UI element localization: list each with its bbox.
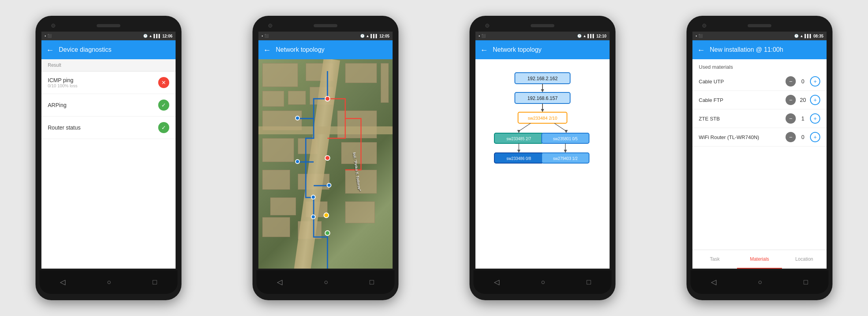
- svg-text:192.168.6.157: 192.168.6.157: [528, 96, 558, 101]
- building-13: [270, 198, 296, 215]
- recent-nav-2[interactable]: □: [370, 278, 374, 286]
- zte-stb-minus[interactable]: −: [786, 113, 796, 124]
- material-zte-stb: ZTE STB − 1 +: [692, 109, 827, 128]
- cable-utp-plus[interactable]: +: [810, 76, 820, 87]
- home-nav-3[interactable]: ○: [541, 278, 545, 286]
- photo-icon-1: ⬛: [47, 34, 52, 38]
- svg-marker-23: [517, 150, 520, 153]
- building-18: [345, 201, 375, 223]
- screen-1: ▪ ⬛ 🕐 ▲ ▌▌▌ 12:06 ← Device diagnostics R…: [41, 32, 176, 269]
- building-4: [288, 91, 306, 105]
- home-nav-4[interactable]: ○: [758, 278, 762, 286]
- status-bar-1: ▪ ⬛ 🕐 ▲ ▌▌▌ 12:06: [41, 32, 176, 40]
- cable-ftp-label: Cable FTP: [699, 97, 786, 103]
- wifi-router-minus[interactable]: −: [786, 132, 796, 142]
- back-button-1[interactable]: ←: [46, 45, 54, 55]
- svg-text:sw233486  0/8: sw233486 0/8: [507, 156, 531, 161]
- back-nav-4[interactable]: ◁: [711, 278, 716, 286]
- cable-utp-label: Cable UTP: [699, 79, 786, 85]
- svg-marker-24: [564, 150, 567, 153]
- wifi-router-plus[interactable]: +: [810, 132, 820, 142]
- svg-marker-6: [541, 89, 544, 92]
- wifi-router-label: WiFi Router (TL-WR740N): [699, 134, 786, 140]
- spacer: [692, 147, 827, 250]
- building-16: [262, 217, 290, 237]
- map-dot-7: [311, 214, 316, 219]
- home-nav-1[interactable]: ○: [107, 278, 111, 286]
- map-dot-1: [325, 96, 330, 102]
- arping-label: ARPing: [48, 102, 66, 108]
- svg-marker-16: [565, 130, 568, 133]
- status-bar-3: ▪ ⬛ 🕐 ▲ ▌▌▌ 12:10: [475, 32, 610, 40]
- topo-svg: 192.168.2.162 192.168.6.157 sw233484 2/1…: [483, 69, 602, 179]
- diag-row-arping: ARPing ✓: [41, 94, 176, 117]
- alarm-icon-2: 🕐: [360, 34, 365, 38]
- cable-ftp-counter: − 20 +: [786, 95, 820, 105]
- building-19: [345, 63, 377, 83]
- map-dot-3: [295, 116, 300, 120]
- nav-bar-1: ◁ ○ □: [39, 270, 178, 294]
- speaker-1: [97, 24, 120, 27]
- back-nav-1[interactable]: ◁: [60, 278, 65, 286]
- back-nav-2[interactable]: ◁: [277, 278, 282, 286]
- status-bar-4: ▪ ⬛ 🕐 ▲ ▌▌▌ 08:35: [692, 32, 827, 40]
- map-dot-4: [295, 159, 300, 164]
- cable-ftp-minus[interactable]: −: [786, 95, 796, 105]
- front-camera-4: [702, 24, 706, 28]
- recent-nav-1[interactable]: □: [153, 278, 157, 286]
- wifi-icon-1: ▲: [149, 34, 152, 38]
- map-view[interactable]: bul. "Petko Y. Todorov": [258, 59, 393, 269]
- cross-road: [258, 126, 393, 134]
- svg-marker-15: [517, 130, 520, 133]
- signal-icon-2: ▌▌▌: [370, 34, 378, 38]
- building-3: [262, 91, 284, 107]
- map-dot-2: [325, 155, 330, 161]
- home-nav-2[interactable]: ○: [324, 278, 328, 286]
- diag-row-router: Router status ✓: [41, 117, 176, 139]
- tab-location[interactable]: Location: [782, 250, 827, 269]
- back-button-3[interactable]: ←: [480, 45, 488, 55]
- topology-diagram: 192.168.2.162 192.168.6.157 sw233484 2/1…: [475, 59, 610, 269]
- result-header: Result: [41, 59, 176, 71]
- front-camera-2: [268, 24, 272, 28]
- wifi-router-value: 0: [799, 134, 807, 140]
- status-bar-left-1: ▪ ⬛: [45, 34, 52, 38]
- recent-nav-3[interactable]: □: [587, 278, 591, 286]
- back-button-4[interactable]: ←: [697, 45, 705, 55]
- tab-materials[interactable]: Materials: [737, 250, 782, 269]
- speaker-4: [748, 24, 771, 27]
- zte-stb-plus[interactable]: +: [810, 113, 820, 124]
- screen-2: ▪ ⬛ 🕐 ▲ ▌▌▌ 12:05 ← Network topology: [258, 32, 393, 269]
- building-1: [262, 63, 298, 87]
- signal-icon-1: ▌▌▌: [153, 34, 161, 38]
- wifi-router-counter: − 0 +: [786, 132, 820, 142]
- back-button-2[interactable]: ←: [263, 45, 271, 55]
- wifi-icon-2: ▲: [366, 34, 369, 38]
- svg-text:sw233484  2/10: sw233484 2/10: [528, 116, 557, 120]
- screen-4: ▪ ⬛ 🕐 ▲ ▌▌▌ 08:35 ← New installation @ 1…: [692, 32, 827, 269]
- cable-utp-minus[interactable]: −: [786, 76, 796, 87]
- svg-text:sw235801  0/5: sw235801 0/5: [553, 137, 578, 141]
- screen-3: ▪ ⬛ 🕐 ▲ ▌▌▌ 12:10 ← Network topology 192…: [475, 32, 610, 269]
- map-dot-green: [325, 230, 330, 236]
- cable-ftp-value: 20: [799, 97, 807, 103]
- cable-utp-counter: − 0 +: [786, 76, 820, 87]
- app-bar-1: ← Device diagnostics: [41, 40, 176, 59]
- svg-text:sw279403  1/2: sw279403 1/2: [553, 156, 578, 161]
- speaker-3: [531, 24, 554, 27]
- bottom-tabs: Task Materials Location: [692, 250, 827, 269]
- map-dot-6: [311, 195, 316, 199]
- nav-bar-4: ◁ ○ □: [690, 270, 829, 294]
- app-title-1: Device diagnostics: [59, 46, 171, 53]
- alarm-icon-3: 🕐: [577, 34, 582, 38]
- tab-task[interactable]: Task: [692, 250, 737, 269]
- zte-stb-counter: − 1 +: [786, 113, 820, 124]
- recent-nav-4[interactable]: □: [804, 278, 808, 286]
- back-nav-3[interactable]: ◁: [494, 278, 499, 286]
- nav-bar-3: ◁ ○ □: [473, 270, 612, 294]
- front-camera-1: [51, 24, 55, 28]
- router-status-icon: ✓: [158, 122, 169, 133]
- svg-text:192.168.2.162: 192.168.2.162: [528, 76, 558, 81]
- cable-ftp-plus[interactable]: +: [810, 95, 820, 105]
- material-cable-ftp: Cable FTP − 20 +: [692, 91, 827, 109]
